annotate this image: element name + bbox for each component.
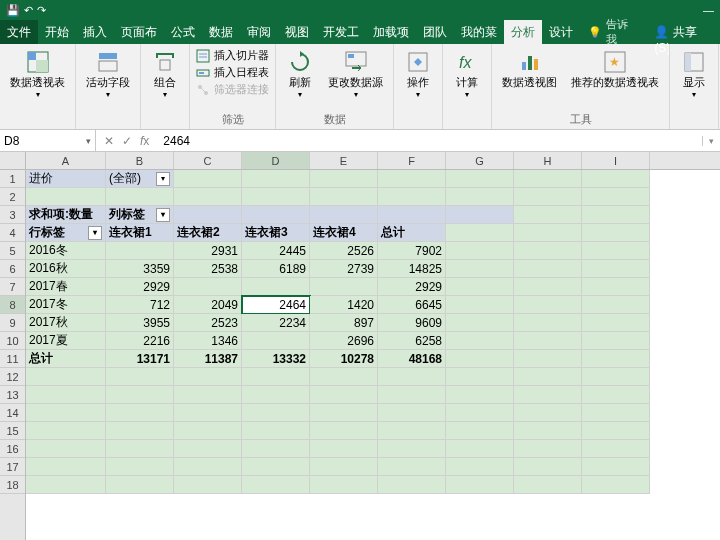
row-header[interactable]: 16 [0, 440, 25, 458]
cell[interactable]: 连衣裙4 [310, 224, 378, 242]
cell[interactable] [174, 278, 242, 296]
cell[interactable] [174, 170, 242, 188]
cell[interactable] [242, 170, 310, 188]
cell[interactable] [26, 458, 106, 476]
cell[interactable]: 2739 [310, 260, 378, 278]
actions-button[interactable]: 操作 ▾ [400, 48, 436, 101]
cell[interactable] [514, 404, 582, 422]
cell[interactable] [514, 422, 582, 440]
cell[interactable] [242, 458, 310, 476]
cell[interactable] [582, 242, 650, 260]
cancel-icon[interactable]: ✕ [104, 134, 114, 148]
column-header[interactable]: G [446, 152, 514, 169]
group-button[interactable]: 组合 ▾ [147, 48, 183, 101]
cell[interactable]: 1346 [174, 332, 242, 350]
cell[interactable]: 连衣裙2 [174, 224, 242, 242]
cell[interactable]: 进价 [26, 170, 106, 188]
recommended-pivot-button[interactable]: ★ 推荐的数据透视表 [567, 48, 663, 90]
cell[interactable] [242, 206, 310, 224]
fx-icon[interactable]: fx [140, 134, 149, 148]
cell[interactable]: 6189 [242, 260, 310, 278]
cell[interactable] [26, 476, 106, 494]
cell[interactable] [446, 440, 514, 458]
cell[interactable] [446, 476, 514, 494]
cell[interactable] [582, 188, 650, 206]
cell[interactable] [174, 188, 242, 206]
cell[interactable] [446, 242, 514, 260]
cell[interactable] [310, 458, 378, 476]
cell[interactable] [174, 368, 242, 386]
cell[interactable] [174, 440, 242, 458]
undo-icon[interactable]: ↶ [24, 4, 33, 17]
cell[interactable] [242, 440, 310, 458]
cell[interactable]: 2049 [174, 296, 242, 314]
cell[interactable] [106, 422, 174, 440]
name-box[interactable]: ▾ [0, 130, 96, 151]
cell[interactable] [174, 422, 242, 440]
row-header[interactable]: 3 [0, 206, 25, 224]
cell[interactable] [310, 476, 378, 494]
cell[interactable]: 总计 [378, 224, 446, 242]
cell[interactable] [242, 368, 310, 386]
cell[interactable]: 13332 [242, 350, 310, 368]
cell[interactable]: 9609 [378, 314, 446, 332]
cell[interactable] [378, 188, 446, 206]
cell[interactable] [446, 170, 514, 188]
cell[interactable] [582, 440, 650, 458]
row-header[interactable]: 5 [0, 242, 25, 260]
cell[interactable] [514, 260, 582, 278]
select-all-corner[interactable] [0, 152, 26, 170]
cell[interactable] [514, 368, 582, 386]
cell[interactable]: 6645 [378, 296, 446, 314]
row-header[interactable]: 1 [0, 170, 25, 188]
cell[interactable] [582, 260, 650, 278]
row-header[interactable]: 18 [0, 476, 25, 494]
cell[interactable] [582, 206, 650, 224]
tab-1[interactable]: 插入 [76, 20, 114, 44]
cell[interactable] [582, 404, 650, 422]
cell[interactable] [310, 404, 378, 422]
tab-10[interactable]: 我的菜 [454, 20, 504, 44]
cell[interactable] [242, 476, 310, 494]
cell[interactable] [514, 278, 582, 296]
column-header[interactable]: F [378, 152, 446, 169]
row-header[interactable]: 8 [0, 296, 25, 314]
cell[interactable] [446, 296, 514, 314]
cell[interactable]: 2017春 [26, 278, 106, 296]
cell[interactable] [242, 188, 310, 206]
cell[interactable]: 行标签▾ [26, 224, 106, 242]
cell[interactable] [446, 260, 514, 278]
share-button[interactable]: 👤 共享(S) [646, 20, 720, 44]
cell[interactable] [446, 458, 514, 476]
cell[interactable] [514, 350, 582, 368]
cell[interactable] [446, 332, 514, 350]
cell[interactable] [106, 404, 174, 422]
cell[interactable]: 2523 [174, 314, 242, 332]
change-datasource-button[interactable]: 更改数据源 ▾ [324, 48, 387, 101]
cell[interactable] [174, 476, 242, 494]
cell[interactable] [174, 386, 242, 404]
row-header[interactable]: 14 [0, 404, 25, 422]
cell[interactable] [514, 314, 582, 332]
cell[interactable]: 连衣裙1 [106, 224, 174, 242]
cell[interactable] [378, 368, 446, 386]
cell[interactable] [514, 170, 582, 188]
tab-7[interactable]: 开发工 [316, 20, 366, 44]
cell[interactable]: 2017夏 [26, 332, 106, 350]
cell[interactable] [242, 422, 310, 440]
cell[interactable]: (全部)▾ [106, 170, 174, 188]
expand-formula-bar-icon[interactable]: ▾ [702, 136, 720, 146]
cell[interactable] [106, 386, 174, 404]
filter-dropdown-icon[interactable]: ▾ [88, 226, 102, 240]
cell[interactable] [310, 206, 378, 224]
cell[interactable] [378, 386, 446, 404]
cell[interactable] [446, 278, 514, 296]
cell[interactable] [514, 386, 582, 404]
insert-slicer-button[interactable]: 插入切片器 [196, 48, 269, 63]
cell[interactable] [378, 404, 446, 422]
row-header[interactable]: 2 [0, 188, 25, 206]
column-header[interactable]: I [582, 152, 650, 169]
cell[interactable] [514, 440, 582, 458]
tab-4[interactable]: 数据 [202, 20, 240, 44]
cell[interactable]: 3359 [106, 260, 174, 278]
